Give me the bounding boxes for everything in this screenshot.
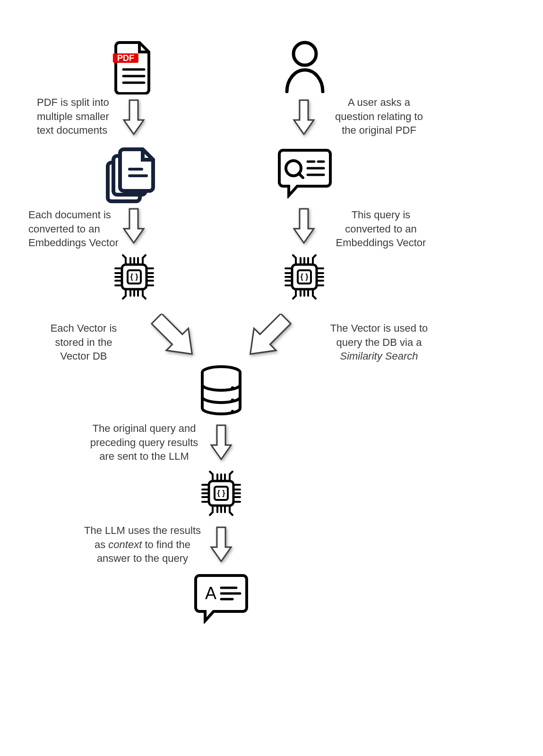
answer-bubble-icon: A: [193, 572, 250, 624]
label-bottom-2: The LLM uses the results as context to f…: [78, 524, 207, 566]
svg-point-68: [231, 387, 234, 390]
svg-line-96: [210, 512, 213, 515]
arrow-diagonal-right-icon: [149, 314, 201, 361]
arrow-down-icon: [292, 207, 316, 245]
label-right-2: This query is converted to an Embeddings…: [329, 208, 433, 250]
label-bottom-2b: context: [108, 539, 142, 550]
arrow-diagonal-left-icon: [241, 314, 293, 361]
label-bottom-1: The original query and preceding query r…: [83, 421, 206, 464]
database-icon: [198, 365, 244, 417]
chip-icon: { }: [197, 469, 246, 518]
svg-line-94: [210, 472, 213, 474]
svg-line-38: [123, 296, 126, 299]
svg-line-97: [230, 512, 233, 515]
svg-text:{ }: { }: [301, 273, 309, 281]
svg-point-4: [293, 43, 316, 65]
svg-point-70: [231, 410, 234, 413]
svg-line-64: [313, 255, 316, 258]
person-icon: [281, 39, 328, 93]
label-left-2: Each document is converted to an Embeddi…: [28, 208, 121, 250]
svg-line-66: [313, 296, 316, 299]
question-bubble-icon: [276, 146, 333, 198]
arrow-down-icon: [209, 423, 233, 461]
label-right-3a: The Vector is used to query the DB via a: [330, 322, 428, 348]
label-right-3b: Similarity Search: [340, 350, 418, 362]
label-right-3: The Vector is used to query the DB via a…: [327, 321, 431, 363]
svg-line-39: [143, 296, 146, 299]
svg-line-65: [293, 296, 296, 299]
label-left-3: Each Vector is stored in the Vector DB: [43, 321, 124, 363]
svg-line-95: [230, 472, 233, 474]
svg-line-63: [293, 255, 296, 258]
chip-icon: { }: [110, 252, 159, 301]
answer-letter: A: [205, 584, 216, 603]
document-stack-icon: [105, 146, 162, 203]
label-right-1: A user asks a question relating to the o…: [327, 95, 431, 137]
svg-text:{ }: { }: [217, 489, 225, 497]
arrow-down-icon: [122, 207, 146, 245]
svg-point-69: [231, 399, 234, 402]
svg-text:{ }: { }: [130, 273, 138, 281]
pdf-file-icon: PDF: [110, 40, 157, 94]
arrow-down-icon: [122, 98, 146, 136]
chip-icon: { }: [280, 252, 329, 301]
diagram-canvas: PDF PDF is split into multiple smaller t…: [0, 0, 543, 756]
svg-line-36: [123, 255, 126, 258]
svg-line-37: [143, 255, 146, 258]
label-left-1: PDF is split into multiple smaller text …: [37, 95, 117, 137]
arrow-down-icon: [209, 525, 233, 563]
arrow-down-icon: [292, 98, 316, 136]
pdf-badge-text: PDF: [117, 53, 134, 63]
